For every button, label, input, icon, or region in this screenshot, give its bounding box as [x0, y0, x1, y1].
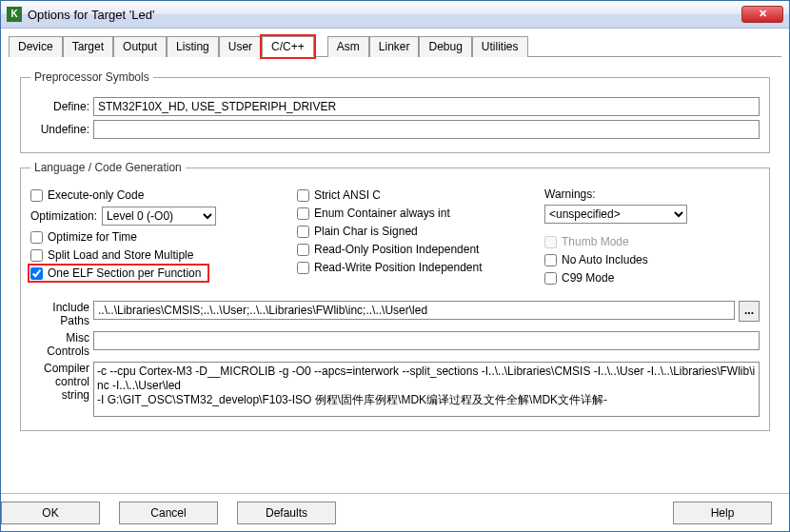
language-codegen-legend: Language / Code Generation	[30, 161, 186, 174]
preprocessor-group: Preprocessor Symbols Define: Undefine:	[20, 70, 770, 153]
lang-col-c: Warnings: <unspecified> Thumb Mode No Au…	[544, 184, 760, 289]
tabstrip: DeviceTargetOutputListingUserC/C++AsmLin…	[9, 35, 781, 57]
rw-pi-checkbox[interactable]	[297, 262, 309, 274]
tab-utilities[interactable]: Utilities	[472, 36, 528, 57]
enum-container-checkbox[interactable]	[297, 207, 309, 220]
compiler-control-string-box[interactable]: -c --cpu Cortex-M3 -D__MICROLIB -g -O0 -…	[93, 362, 760, 417]
one-elf-highlight: One ELF Section per Function	[30, 266, 207, 280]
define-label: Define:	[30, 100, 89, 113]
no-auto-inc-checkbox[interactable]	[544, 254, 557, 266]
misc-controls-label: Misc Controls	[30, 331, 89, 358]
plain-char-label: Plain Char is Signed	[314, 225, 418, 238]
tab-debug[interactable]: Debug	[419, 36, 471, 57]
strict-ansi-checkbox[interactable]	[297, 189, 309, 202]
optimize-time-label: Optimize for Time	[48, 230, 137, 244]
no-auto-inc-label: No Auto Includes	[562, 253, 648, 266]
optimization-select[interactable]: Level 0 (-O0)	[102, 207, 216, 226]
tab-linker[interactable]: Linker	[369, 36, 420, 57]
plain-char-checkbox[interactable]	[297, 226, 309, 238]
include-paths-browse-button[interactable]: ...	[739, 301, 760, 322]
client-area: DeviceTargetOutputListingUserC/C++AsmLin…	[1, 30, 789, 531]
ro-pi-checkbox[interactable]	[297, 244, 309, 256]
warnings-label: Warnings:	[544, 187, 750, 201]
window-title: Options for Target 'Led'	[28, 8, 741, 22]
execute-only-label: Execute-only Code	[48, 188, 144, 202]
tab-user[interactable]: User	[219, 36, 262, 57]
optimize-time-checkbox[interactable]	[30, 231, 43, 244]
tab-asm[interactable]: Asm	[327, 36, 369, 57]
c99-label: C99 Mode	[562, 271, 614, 285]
lang-col-a: Execute-only Code Optimization: Level 0 …	[30, 184, 297, 289]
split-load-checkbox[interactable]	[30, 249, 43, 262]
strict-ansi-label: Strict ANSI C	[314, 188, 381, 202]
one-elf-label: One ELF Section per Function	[48, 266, 201, 280]
lang-col-b: Strict ANSI C Enum Container always int …	[297, 184, 544, 289]
rw-pi-label: Read-Write Position Independent	[314, 261, 483, 274]
tab-target[interactable]: Target	[63, 36, 113, 57]
execute-only-checkbox[interactable]	[30, 189, 43, 202]
tab-panel-cpp: Preprocessor Symbols Define: Undefine: L…	[9, 57, 781, 444]
cancel-button[interactable]: Cancel	[119, 502, 218, 524]
button-bar: OK Cancel Defaults Help	[1, 493, 789, 531]
tab-output[interactable]: Output	[113, 36, 167, 57]
language-codegen-group: Language / Code Generation Execute-only …	[20, 161, 770, 431]
titlebar: K Options for Target 'Led' ✕	[1, 1, 789, 29]
app-icon: K	[7, 7, 22, 22]
undefine-label: Undefine:	[30, 123, 89, 136]
split-load-label: Split Load and Store Multiple	[48, 248, 193, 262]
undefine-input[interactable]	[93, 120, 760, 139]
one-elf-checkbox[interactable]	[30, 267, 43, 280]
compiler-control-string-label: Compiler control string	[30, 362, 89, 402]
tab-device[interactable]: Device	[9, 36, 63, 57]
include-paths-label: Include Paths	[30, 301, 89, 327]
thumb-mode-label: Thumb Mode	[562, 235, 629, 248]
thumb-mode-checkbox	[544, 236, 557, 248]
warnings-select[interactable]: <unspecified>	[544, 205, 687, 224]
enum-container-label: Enum Container always int	[314, 207, 450, 220]
optimization-label: Optimization:	[30, 209, 97, 223]
options-dialog: K Options for Target 'Led' ✕ DeviceTarge…	[0, 0, 790, 532]
preprocessor-legend: Preprocessor Symbols	[30, 70, 153, 84]
tab-listing[interactable]: Listing	[167, 36, 219, 57]
help-button[interactable]: Help	[673, 502, 772, 524]
include-paths-input[interactable]	[93, 301, 735, 320]
misc-controls-input[interactable]	[93, 331, 760, 350]
defaults-button[interactable]: Defaults	[237, 502, 336, 524]
tab-c-c-[interactable]: C/C++	[262, 36, 314, 57]
close-button[interactable]: ✕	[741, 6, 783, 23]
define-input[interactable]	[93, 97, 760, 116]
c99-checkbox[interactable]	[544, 272, 557, 285]
ro-pi-label: Read-Only Position Independent	[314, 243, 479, 256]
ok-button[interactable]: OK	[1, 502, 100, 524]
